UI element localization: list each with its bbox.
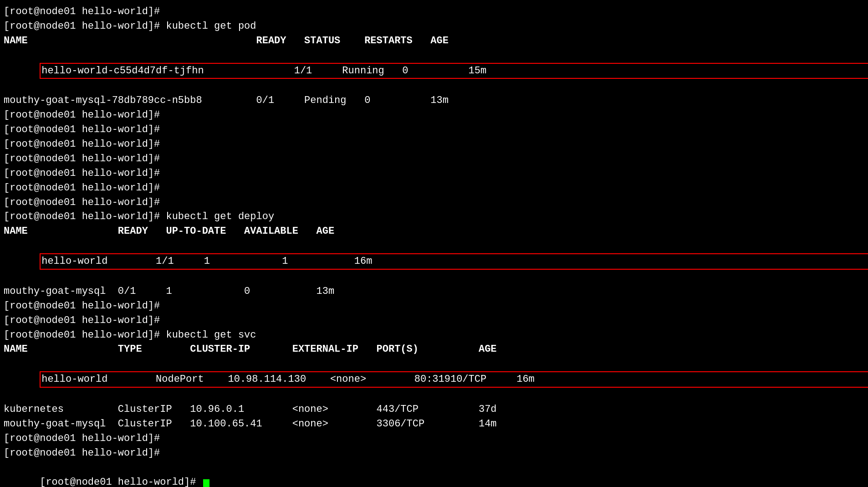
line-17: [root@node01 hello-world]# [4, 299, 864, 313]
line-21-highlighted: hello-world NodePort 10.98.114.130 <none… [4, 357, 864, 402]
line-5: mouthy-goat-mysql-78db789cc-n5bb8 0/1 Pe… [4, 93, 864, 108]
line-8: [root@node01 hello-world]# [4, 137, 864, 152]
line-7: [root@node01 hello-world]# [4, 123, 864, 137]
line-13: [root@node01 hello-world]# kubectl get d… [4, 210, 864, 224]
line-9: [root@node01 hello-world]# [4, 152, 864, 166]
line-15-highlighted: hello-world 1/1 1 1 16m [4, 239, 864, 284]
line-20: NAME TYPE CLUSTER-IP EXTERNAL-IP PORT(S)… [4, 342, 864, 357]
line-25: [root@node01 hello-world]# [4, 446, 864, 461]
deploy-hello-world-row: hello-world 1/1 1 1 16m [40, 253, 868, 270]
line-1: [root@node01 hello-world]# [4, 5, 864, 19]
last-prompt: [root@node01 hello-world]# [40, 477, 202, 487]
line-10: [root@node01 hello-world]# [4, 166, 864, 181]
terminal-cursor [203, 479, 209, 487]
line-24: [root@node01 hello-world]# [4, 431, 864, 446]
line-4-highlighted: hello-world-c55d4d7df-tjfhn 1/1 Running … [4, 48, 864, 94]
line-2: [root@node01 hello-world]# kubectl get p… [4, 19, 864, 34]
line-19: [root@node01 hello-world]# kubectl get s… [4, 328, 864, 343]
line-23: mouthy-goat-mysql ClusterIP 10.100.65.41… [4, 417, 864, 431]
line-11: [root@node01 hello-world]# [4, 181, 864, 195]
terminal-window: [root@node01 hello-world]# [root@node01 … [4, 5, 864, 487]
line-26-cursor: [root@node01 hello-world]# [4, 461, 864, 487]
svc-hello-world-row: hello-world NodePort 10.98.114.130 <none… [40, 371, 868, 388]
line-14: NAME READY UP-TO-DATE AVAILABLE AGE [4, 224, 864, 239]
line-12: [root@node01 hello-world]# [4, 195, 864, 210]
line-18: [root@node01 hello-world]# [4, 313, 864, 328]
line-16: mouthy-goat-mysql 0/1 1 0 13m [4, 284, 864, 299]
terminal-content: [root@node01 hello-world]# [root@node01 … [4, 5, 864, 487]
line-22: kubernetes ClusterIP 10.96.0.1 <none> 44… [4, 402, 864, 417]
pod-hello-world-row: hello-world-c55d4d7df-tjfhn 1/1 Running … [40, 63, 868, 79]
line-6: [root@node01 hello-world]# [4, 108, 864, 123]
line-3: NAME READY STATUS RESTARTS AGE [4, 34, 864, 48]
